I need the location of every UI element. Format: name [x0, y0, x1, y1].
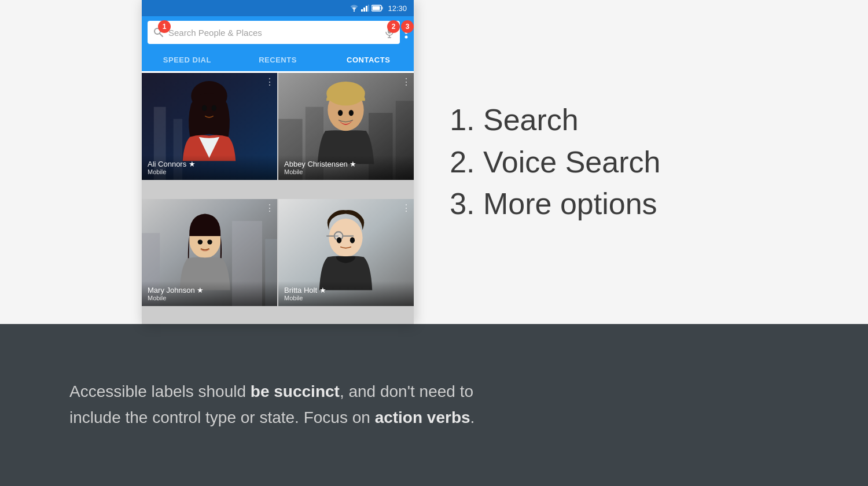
feature-item-search: Search: [483, 99, 833, 141]
dots-menu-mary[interactable]: ⋮: [265, 203, 274, 213]
bottom-text: Accessible labels should be succinct, an…: [69, 379, 503, 431]
dots-menu-britta[interactable]: ⋮: [402, 203, 410, 213]
svg-point-21: [202, 105, 207, 111]
svg-line-9: [160, 34, 163, 36]
signal-icon: [361, 5, 369, 12]
contact-name-abbey: Abbey Christensen ★: [284, 160, 408, 168]
svg-point-22: [212, 105, 216, 111]
svg-point-37: [198, 240, 203, 244]
top-section: 12:30 1 Search People & Places: [0, 0, 868, 324]
contact-card-abbey[interactable]: ⋮ Abbey Christensen ★ Mobile: [278, 73, 414, 180]
svg-point-38: [207, 240, 212, 244]
contact-type-mary: Mobile: [148, 294, 271, 301]
svg-rect-2: [363, 8, 365, 12]
svg-point-0: [354, 10, 355, 12]
badge-1: 1: [158, 20, 171, 33]
bottom-section: Accessible labels should be succinct, an…: [0, 324, 868, 486]
contact-card-britta[interactable]: ⋮ Britta Holt ★ Mobile: [278, 199, 414, 306]
svg-point-42: [337, 237, 341, 243]
bottom-text-plain: Accessible labels should: [69, 382, 251, 400]
dots-menu-abbey[interactable]: ⋮: [402, 76, 410, 87]
badge-2: 2: [387, 20, 400, 33]
contact-type-abbey: Mobile: [284, 168, 408, 175]
badge-3: 3: [401, 20, 414, 33]
clock: 12:30: [388, 4, 407, 13]
svg-rect-3: [366, 6, 367, 12]
contact-type-ali: Mobile: [148, 168, 271, 175]
contact-grid: ⋮ Ali Connors ★ Mobile: [142, 73, 414, 324]
contact-info-ali: Ali Connors ★ Mobile: [142, 155, 277, 180]
bottom-text-bold2: action verbs: [375, 408, 470, 426]
svg-point-30: [338, 110, 343, 116]
svg-rect-4: [368, 5, 369, 12]
svg-rect-6: [382, 7, 383, 10]
search-placeholder: Search People & Places: [168, 28, 380, 38]
battery-icon: [372, 5, 383, 12]
contact-name-ali: Ali Connors ★: [148, 160, 271, 168]
svg-point-43: [350, 237, 355, 243]
search-input-container[interactable]: 1 Search People & Places 2: [148, 21, 400, 44]
contact-card-ali[interactable]: ⋮ Ali Connors ★ Mobile: [142, 73, 277, 180]
dots-menu-ali[interactable]: ⋮: [265, 76, 274, 87]
svg-point-40: [329, 219, 362, 257]
svg-rect-1: [361, 9, 363, 12]
svg-point-31: [349, 110, 354, 116]
search-bar: 1 Search People & Places 2: [142, 16, 414, 49]
contact-info-mary: Mary Johnson ★ Mobile: [142, 281, 277, 306]
status-bar: 12:30: [142, 0, 414, 16]
contact-info-abbey: Abbey Christensen ★ Mobile: [278, 155, 414, 180]
contact-card-mary[interactable]: ⋮ Mary Johnson ★ Mobile: [142, 199, 277, 306]
tab-recents[interactable]: RECENTS: [233, 49, 323, 71]
feature-item-more: More options: [483, 183, 833, 225]
tab-bar: SPEED DIAL RECENTS CONTACTS: [142, 49, 414, 73]
svg-rect-7: [373, 6, 380, 10]
svg-point-15: [405, 36, 408, 39]
phone-mockup: 12:30 1 Search People & Places: [142, 0, 414, 324]
bottom-text-end: .: [470, 408, 475, 426]
wifi-icon: [350, 5, 359, 12]
contact-type-britta: Mobile: [284, 294, 408, 301]
contact-name-mary: Mary Johnson ★: [148, 286, 271, 294]
feature-item-voice: Voice Search: [483, 141, 833, 183]
bottom-text-bold1: be succinct: [251, 382, 340, 400]
contact-name-britta: Britta Holt ★: [284, 286, 408, 294]
right-panel: Search Voice Search More options: [414, 0, 868, 324]
tab-contacts[interactable]: CONTACTS: [323, 49, 414, 71]
contact-info-britta: Britta Holt ★ Mobile: [278, 281, 414, 306]
feature-list: Search Voice Search More options: [448, 99, 833, 225]
tab-speed-dial[interactable]: SPEED DIAL: [142, 49, 233, 71]
